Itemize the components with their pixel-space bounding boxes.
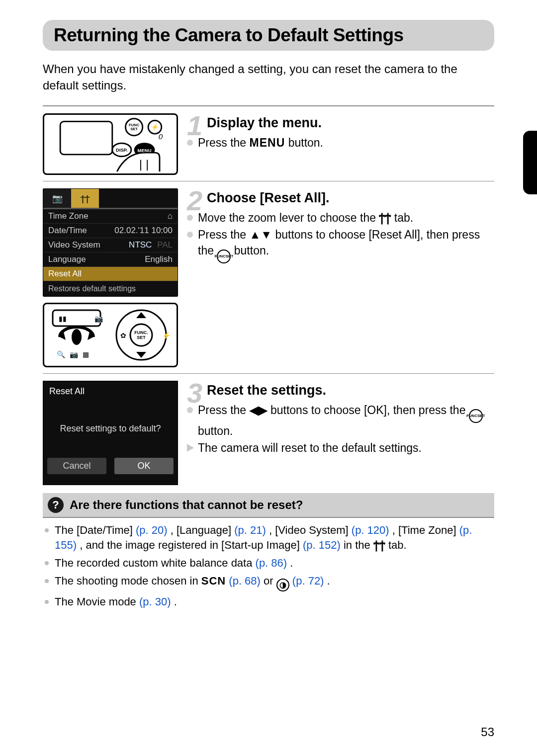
text: , [Language] bbox=[171, 524, 234, 536]
tools-tab-glyph: ϯϯ bbox=[379, 211, 391, 224]
text: , [Time Zone] bbox=[392, 524, 459, 536]
bullet-icon bbox=[187, 232, 193, 238]
text: Press the bbox=[198, 136, 250, 149]
text: The Movie mode bbox=[55, 595, 139, 608]
page-ref[interactable]: (p. 152) bbox=[303, 539, 341, 551]
svg-text:SET: SET bbox=[137, 335, 146, 340]
info-heading-bar: ? Are there functions that cannot be res… bbox=[43, 493, 494, 517]
reset-dialog-screenshot: Reset All Reset settings to default? Can… bbox=[43, 381, 178, 485]
page-ref[interactable]: (p. 120) bbox=[352, 524, 389, 536]
menu-item-language: Language English bbox=[43, 252, 178, 267]
page-number: 53 bbox=[481, 725, 494, 739]
up-down-glyph: ▲▼ bbox=[250, 228, 272, 241]
step-1-line: Press the MENU button. bbox=[187, 135, 494, 151]
menu-footer: Restores default settings bbox=[43, 281, 178, 296]
menu-item-timezone: Time Zone ⌂ bbox=[43, 209, 178, 224]
bullet-icon bbox=[45, 600, 49, 604]
label: Time Zone bbox=[48, 211, 89, 221]
page-ref[interactable]: (p. 21) bbox=[234, 524, 266, 536]
text: . bbox=[327, 575, 330, 587]
bullet-icon bbox=[45, 561, 49, 565]
info-item-4: The Movie mode (p. 30) . bbox=[45, 594, 492, 609]
question-icon: ? bbox=[48, 497, 64, 513]
text: . bbox=[290, 557, 293, 569]
text: button. bbox=[234, 244, 269, 257]
svg-text:SET: SET bbox=[130, 127, 138, 131]
menu-screenshot: 📷 ϯϯ Time Zone ⌂ Date/Time 02.02.'11 10:… bbox=[43, 188, 178, 297]
page-ref[interactable]: (p. 86) bbox=[256, 557, 287, 569]
step-3-result: The camera will reset to the default set… bbox=[187, 440, 494, 456]
divider-top bbox=[43, 105, 494, 106]
text: , [Video System] bbox=[269, 524, 352, 536]
bullet-icon bbox=[45, 579, 49, 583]
page-ref[interactable]: (p. 68) bbox=[229, 575, 261, 587]
reset-dialog-ok: OK bbox=[114, 458, 174, 474]
step-3-line-1: Press the ◀▶ buttons to choose [OK], the… bbox=[187, 402, 494, 439]
label: Date/Time bbox=[48, 226, 87, 236]
text: or bbox=[264, 575, 276, 587]
text: button. bbox=[288, 136, 323, 149]
page-ref[interactable]: (p. 20) bbox=[136, 524, 168, 536]
text: in the bbox=[344, 539, 373, 551]
left-right-glyph: ◀▶ bbox=[250, 404, 268, 417]
step-number-1: 1 bbox=[187, 109, 202, 142]
func-set-icon: FUNCSET bbox=[469, 409, 483, 423]
svg-text:▦: ▦ bbox=[83, 350, 89, 358]
text: button. bbox=[198, 424, 233, 437]
info-item-3: The shooting mode chosen in SCN (p. 68) … bbox=[45, 574, 492, 591]
svg-text:📷: 📷 bbox=[70, 350, 79, 359]
divider bbox=[43, 181, 494, 181]
reset-dialog-message: Reset settings to default? bbox=[43, 423, 178, 434]
info-item-1: The [Date/Time] (p. 20) , [Language] (p.… bbox=[45, 523, 492, 553]
intro-text: When you have mistakenly changed a setti… bbox=[43, 61, 494, 93]
value: ⌂ bbox=[168, 211, 173, 221]
text: . bbox=[174, 595, 177, 608]
text: The shooting mode chosen in bbox=[55, 575, 201, 587]
svg-text:📷: 📷 bbox=[94, 315, 103, 323]
side-tab bbox=[523, 131, 537, 194]
text: Move the zoom lever to choose the bbox=[198, 211, 379, 224]
reset-dialog-cancel: Cancel bbox=[47, 458, 106, 474]
step-1-heading: Display the menu. bbox=[207, 113, 494, 131]
reset-dialog-title: Reset All bbox=[43, 381, 178, 402]
func-set-icon: FUNCSET bbox=[217, 250, 231, 263]
menu-item-video: Video System NTSC PAL bbox=[43, 238, 178, 252]
menu-item-datetime: Date/Time 02.02.'11 10:00 bbox=[43, 224, 178, 238]
text: buttons to choose [OK], then press the bbox=[270, 404, 469, 417]
menu-tab-tools: ϯϯ bbox=[71, 189, 99, 208]
menu-glyph: MENU bbox=[250, 136, 285, 149]
svg-marker-28 bbox=[136, 352, 146, 358]
svg-text:▮▮: ▮▮ bbox=[59, 315, 67, 323]
svg-text:FUNC.: FUNC. bbox=[134, 330, 148, 335]
controls-illustration: ▮▮ 📷 🔍 📷 ▦ FUNC. SET bbox=[43, 303, 178, 367]
camera-back-illustration: FUNC SET ⚡ DISP. MENU 0 bbox=[43, 113, 178, 175]
label: Video System bbox=[48, 240, 100, 250]
svg-text:✿: ✿ bbox=[120, 332, 126, 339]
bullet-icon bbox=[45, 528, 49, 532]
step-2-line-2: Press the ▲▼ buttons to choose [Reset Al… bbox=[187, 227, 494, 263]
text: The [Date/Time] bbox=[55, 524, 136, 536]
step-2: 📷 ϯϯ Time Zone ⌂ Date/Time 02.02.'11 10:… bbox=[43, 188, 494, 367]
page-ref[interactable]: (p. 30) bbox=[139, 595, 171, 608]
step-number-3: 3 bbox=[187, 377, 202, 409]
svg-text:⚡: ⚡ bbox=[162, 332, 171, 340]
info-box: ? Are there functions that cannot be res… bbox=[43, 493, 494, 617]
tools-tab-glyph: ϯϯ bbox=[373, 539, 385, 551]
step-1: FUNC SET ⚡ DISP. MENU 0 1 Display the me… bbox=[43, 113, 494, 175]
text: , and the image registered in [Start-up … bbox=[80, 539, 303, 551]
divider bbox=[43, 373, 494, 374]
page-ref[interactable]: (p. 72) bbox=[292, 575, 324, 587]
page-title: Returning the Camera to Default Settings bbox=[54, 25, 404, 45]
value: English bbox=[145, 254, 173, 264]
text: tab. bbox=[388, 539, 407, 551]
text: Press the bbox=[198, 228, 250, 241]
info-heading: Are there functions that cannot be reset… bbox=[70, 498, 303, 512]
creative-filters-glyph: ◑ bbox=[276, 579, 289, 591]
step-2-line-1: Move the zoom lever to choose the ϯϯ tab… bbox=[187, 210, 494, 226]
result-arrow-icon bbox=[187, 444, 194, 452]
value: 02.02.'11 10:00 bbox=[114, 226, 173, 236]
menu-tab-camera: 📷 bbox=[43, 189, 71, 208]
info-item-2: The recorded custom white balance data (… bbox=[45, 556, 492, 571]
svg-text:⚡: ⚡ bbox=[151, 123, 159, 131]
text: The camera will reset to the default set… bbox=[198, 440, 422, 456]
